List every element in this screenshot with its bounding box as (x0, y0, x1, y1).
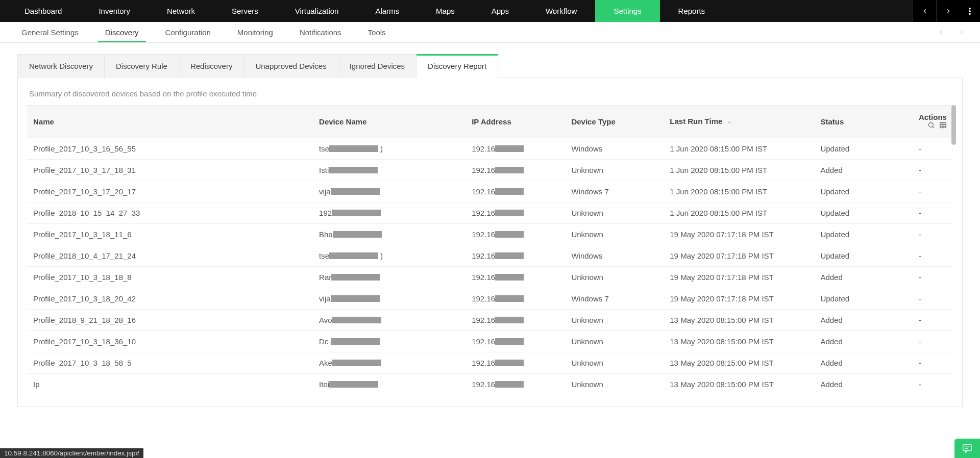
redacted-bar (331, 295, 380, 302)
nav-servers[interactable]: Servers (213, 0, 277, 22)
cell-status: Updated (814, 181, 913, 202)
tab-unapproved-devices[interactable]: Unapproved Devices (244, 54, 338, 78)
nav-apps[interactable]: Apps (473, 0, 527, 22)
cell-actions: - (913, 202, 953, 224)
col-header-last-run-label: Last Run Time (670, 117, 722, 125)
tab-ignored-devices[interactable]: Ignored Devices (338, 54, 416, 78)
cell-device-name: tse) (313, 138, 465, 160)
subnav-prev-button[interactable] (931, 22, 951, 42)
col-header-status[interactable]: Status (814, 106, 913, 138)
redacted-bar (495, 295, 524, 302)
cell-device-type: Unknown (565, 202, 664, 224)
nav-alarms[interactable]: Alarms (357, 0, 418, 22)
cell-status: Updated (814, 245, 913, 267)
subnav-configuration[interactable]: Configuration (152, 22, 224, 42)
cell-device-type: Unknown (565, 331, 664, 352)
tab-discovery-rule[interactable]: Discovery Rule (105, 54, 179, 78)
cell-last-run: 13 May 2020 08:15:00 PM IST (664, 352, 814, 374)
cell-last-run: 19 May 2020 07:17:18 PM IST (664, 267, 814, 288)
redacted-bar (495, 381, 524, 388)
cell-last-run: 13 May 2020 08:15:00 PM IST (664, 310, 814, 331)
summary-text: Summary of discovered devices based on t… (29, 89, 951, 98)
table-row[interactable]: Profile_2017_10_3_18_36_10Dc-192.16Unkno… (27, 331, 953, 352)
subnav-discovery[interactable]: Discovery (92, 22, 152, 42)
table-row[interactable]: Profile_2017_10_3_18_58_5Ake192.16Unknow… (27, 352, 953, 374)
chevron-right-icon (945, 8, 952, 15)
subnav-next-button[interactable] (951, 22, 972, 42)
redacted-bar (495, 317, 524, 323)
cell-status: Updated (814, 224, 913, 245)
cell-device-type: Unknown (565, 160, 664, 181)
nav-more-button[interactable] (960, 0, 980, 22)
cell-status: Updated (814, 138, 913, 160)
tab-network-discovery[interactable]: Network Discovery (17, 54, 105, 78)
redacted-bar (495, 167, 524, 173)
cell-actions: - (913, 331, 953, 352)
nav-reports[interactable]: Reports (660, 0, 724, 22)
tab-rediscovery[interactable]: Rediscovery (179, 54, 244, 78)
cell-name: Profile_2017_10_3_18_36_10 (27, 331, 313, 352)
col-header-device-type[interactable]: Device Type (565, 106, 664, 138)
table-row[interactable]: Profile_2017_10_3_18_11_6Bha192.16Unknow… (27, 224, 953, 245)
cell-device-name: Bha (313, 224, 465, 245)
subnav-tools[interactable]: Tools (355, 22, 399, 42)
cell-name: Profile_2017_10_3_18_20_42 (27, 288, 313, 310)
table-row[interactable]: Profile_2017_10_3_16_56_55tse)192.16Wind… (27, 138, 953, 160)
cell-last-run: 13 May 2020 08:15:00 PM IST (664, 331, 814, 352)
tab-discovery-report[interactable]: Discovery Report (416, 54, 498, 78)
table-row[interactable]: Profile_2017_10_3_17_20_17vija192.16Wind… (27, 181, 953, 202)
nav-settings[interactable]: Settings (595, 0, 659, 22)
cell-name: Profile_2018_10_4_17_21_24 (27, 245, 313, 267)
cell-name: Profile_2017_10_3_17_20_17 (27, 181, 313, 202)
cell-status: Added (814, 310, 913, 331)
nav-prev-button[interactable] (913, 0, 936, 22)
nav-network[interactable]: Network (149, 0, 213, 22)
svg-rect-5 (940, 123, 946, 128)
cell-last-run: 19 May 2020 07:17:18 PM IST (664, 245, 814, 267)
cell-ip: 192.16 (465, 202, 565, 224)
svg-point-2 (969, 13, 971, 14)
table-row[interactable]: Profile_2017_10_3_18_20_42vija192.16Wind… (27, 288, 953, 310)
table-search-button[interactable] (927, 121, 935, 131)
table-row[interactable]: IpItoi192.16Unknown13 May 2020 08:15:00 … (27, 374, 953, 395)
nav-virtualization[interactable]: Virtualization (277, 0, 357, 22)
nav-next-button[interactable] (936, 0, 960, 22)
svg-point-1 (969, 10, 971, 12)
table-row[interactable]: Profile_2017_10_3_17_18_31Isti192.16Unkn… (27, 160, 953, 181)
subnav-general-settings[interactable]: General Settings (8, 22, 92, 42)
nav-dashboard[interactable]: Dashboard (6, 0, 80, 22)
cell-device-type: Unknown (565, 352, 664, 374)
table-columns-button[interactable] (939, 121, 947, 131)
cell-device-type: Unknown (565, 374, 664, 395)
table-row[interactable]: Profile_2018_10_4_17_21_24tse)192.16Wind… (27, 245, 953, 267)
cell-device-name: 192 (313, 202, 465, 224)
redacted-bar (329, 381, 378, 388)
table-row[interactable]: Profile_2017_10_3_18_18_8Rar192.16Unknow… (27, 267, 953, 288)
cell-ip: 192.16 (465, 310, 565, 331)
nav-inventory[interactable]: Inventory (80, 0, 149, 22)
cell-device-name: vija (313, 288, 465, 310)
table-row[interactable]: Profile_2018_10_15_14_27_33192192.16Unkn… (27, 202, 953, 224)
cell-device-type: Windows (565, 138, 664, 160)
subnav-notifications[interactable]: Notifications (286, 22, 355, 42)
cell-device-type: Windows 7 (565, 181, 664, 202)
nav-maps[interactable]: Maps (418, 0, 473, 22)
subnav-monitoring[interactable]: Monitoring (224, 22, 286, 42)
col-header-ip[interactable]: IP Address (465, 106, 565, 138)
cell-name: Profile_2017_10_3_18_58_5 (27, 352, 313, 374)
table-scrollbar[interactable] (951, 105, 956, 145)
more-vertical-icon (965, 7, 974, 16)
cell-device-name: Ake (313, 352, 465, 374)
main-nav: Dashboard Inventory Network Servers Virt… (0, 0, 980, 22)
col-header-device-name[interactable]: Device Name (313, 106, 465, 138)
col-header-actions[interactable]: Actions (913, 106, 953, 138)
cell-actions: - (913, 181, 953, 202)
col-header-name[interactable]: Name (27, 106, 313, 138)
chevron-right-icon (958, 29, 965, 36)
cell-last-run: 1 Jun 2020 08:15:00 PM IST (664, 202, 814, 224)
cell-ip: 192.16 (465, 224, 565, 245)
col-header-last-run[interactable]: Last Run Time (664, 106, 814, 138)
nav-workflow[interactable]: Workflow (527, 0, 595, 22)
table-row[interactable]: Profile_2018_9_21_18_28_16Avo192.16Unkno… (27, 310, 953, 331)
content-area: Network Discovery Discovery Rule Redisco… (0, 43, 980, 407)
